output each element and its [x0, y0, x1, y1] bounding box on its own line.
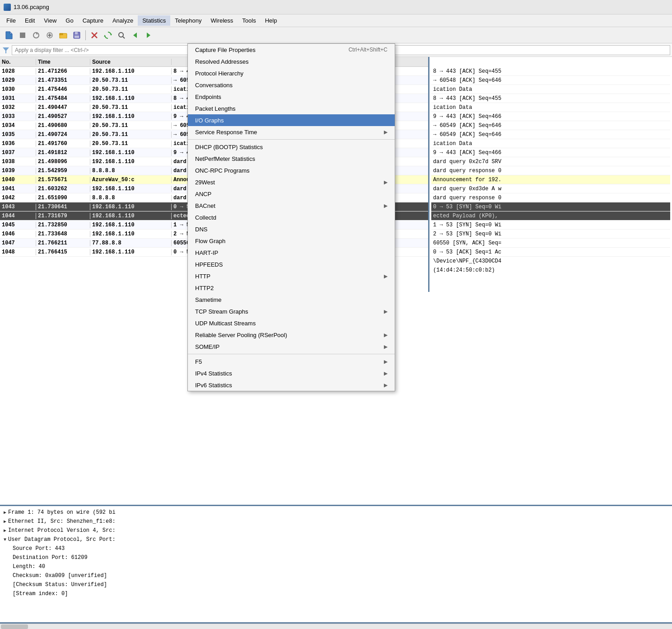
- menu-edit[interactable]: Edit: [20, 15, 39, 26]
- menu-item-service-response-time[interactable]: Service Response Time▶: [188, 126, 395, 138]
- menu-item-label: F5: [195, 358, 202, 365]
- toolbar-btn-open[interactable]: [57, 29, 70, 42]
- menu-item-i-o-graphs[interactable]: I/O Graphs: [188, 114, 395, 126]
- menu-tools[interactable]: Tools: [238, 15, 260, 26]
- menu-item-label: I/O Graphs: [195, 117, 224, 124]
- menu-separator: [188, 139, 395, 140]
- cell-time: 21.490724: [36, 131, 90, 138]
- svg-marker-15: [110, 34, 112, 36]
- menu-analyze[interactable]: Analyze: [108, 15, 138, 26]
- detail-src-port: Source Port: 443: [2, 544, 670, 553]
- toolbar-btn-stop[interactable]: [16, 29, 29, 42]
- cell-src: 8.8.8.8: [90, 195, 172, 201]
- cell-time: 21.490680: [36, 122, 90, 129]
- menu-go[interactable]: Go: [61, 15, 78, 26]
- menu-item-hpfeeds[interactable]: HPFEEDS: [188, 258, 395, 270]
- detail-dst-port-text: Destination Port: 61209: [13, 554, 88, 561]
- list-item: Announcement for 192.: [431, 175, 670, 184]
- menu-item-packet-lengths[interactable]: Packet Lengths: [188, 103, 395, 114]
- menu-item-resolved-addresses[interactable]: Resolved Addresses: [188, 56, 395, 67]
- detail-checksum-status: [Checksum Status: Unverified]: [2, 580, 670, 589]
- menu-item-conversations[interactable]: Conversations: [188, 79, 395, 91]
- menu-item-netperfmeter-statistics[interactable]: NetPerfMeter Statistics: [188, 153, 395, 164]
- menu-item-http[interactable]: HTTP▶: [188, 270, 395, 282]
- menu-item-tcp-stream-graphs[interactable]: TCP Stream Graphs▶: [188, 305, 395, 317]
- menu-item-capture-file-properties[interactable]: Capture File PropertiesCtrl+Alt+Shift+C: [188, 44, 395, 56]
- menu-item-http2[interactable]: HTTP2: [188, 282, 395, 294]
- menu-item-dhcp-bootp-statistics[interactable]: DHCP (BOOTP) Statistics: [188, 141, 395, 153]
- col-header-time: Time: [36, 59, 90, 65]
- menu-item-label: SOME/IP: [195, 343, 219, 350]
- menu-item-label: BACnet: [195, 202, 215, 209]
- menu-item-bacnet[interactable]: BACnet▶: [188, 200, 395, 211]
- detail-checksum-status-text: [Checksum Status: Unverified]: [13, 582, 107, 588]
- menu-telephony[interactable]: Telephony: [170, 15, 206, 26]
- list-item: 0 → 53 [SYN] Seq=0 Wi: [431, 202, 670, 211]
- cell-time: 21.603262: [36, 186, 90, 192]
- cell-src: 8.8.8.8: [90, 168, 172, 174]
- menu-item-ancp[interactable]: ANCP: [188, 188, 395, 200]
- cell-no: 1039: [0, 168, 36, 174]
- toolbar-btn-search[interactable]: [115, 29, 128, 42]
- menu-item-ipv6-statistics[interactable]: IPv6 Statistics▶: [188, 379, 395, 391]
- cell-src: 20.50.73.11: [90, 104, 172, 111]
- toolbar-btn-close[interactable]: [88, 29, 101, 42]
- menu-item-label: HTTP2: [195, 285, 214, 291]
- menu-file[interactable]: File: [2, 15, 20, 26]
- cell-src: 192.168.1.110: [90, 249, 172, 255]
- menu-item-onc-rpc-programs[interactable]: ONC-RPC Programs: [188, 164, 395, 176]
- menu-wireless[interactable]: Wireless: [206, 15, 238, 26]
- menu-item-label: HTTP: [195, 273, 210, 280]
- menu-item-endpoints[interactable]: Endpoints: [188, 91, 395, 103]
- menu-statistics[interactable]: Statistics: [138, 15, 170, 26]
- submenu-arrow-icon: ▶: [384, 371, 387, 376]
- menu-item-hart-ip[interactable]: HART-IP: [188, 247, 395, 258]
- cell-time: 21.473351: [36, 77, 90, 84]
- detail-eth: ▶ Ethernet II, Src: Shenzhen_f1:e8:: [2, 517, 670, 526]
- menu-item-f5[interactable]: F5▶: [188, 356, 395, 367]
- submenu-arrow-icon: ▶: [384, 309, 387, 314]
- toolbar-btn-forward[interactable]: [142, 29, 155, 42]
- cell-no: 1033: [0, 113, 36, 120]
- menu-item-protocol-hierarchy[interactable]: Protocol Hierarchy: [188, 67, 395, 79]
- toolbar-btn-reload[interactable]: [102, 29, 114, 42]
- toolbar-btn-new[interactable]: [3, 29, 15, 42]
- detail-src-port-text: Source Port: 443: [13, 545, 65, 552]
- cell-no: 1037: [0, 150, 36, 156]
- menu-item-flow-graph[interactable]: Flow Graph: [188, 235, 395, 247]
- menu-capture[interactable]: Capture: [78, 15, 108, 26]
- menu-item-some-ip[interactable]: SOME/IP▶: [188, 341, 395, 352]
- menu-item-sametime[interactable]: Sametime: [188, 294, 395, 305]
- menu-item-label: Reliable Server Pooling (RSerPool): [195, 332, 287, 338]
- toolbar-btn-options[interactable]: [43, 29, 56, 42]
- cell-time: 21.733648: [36, 231, 90, 237]
- cell-src: 20.50.73.11: [90, 141, 172, 147]
- list-item: 8 → 443 [ACK] Seq=455: [431, 94, 670, 103]
- menu-help[interactable]: Help: [261, 15, 282, 26]
- menu-item-label: ANCP: [195, 191, 211, 197]
- cell-no: 1035: [0, 131, 36, 138]
- menu-item-reliable-server-pooling-rserpool-[interactable]: Reliable Server Pooling (RSerPool)▶: [188, 329, 395, 341]
- menu-view[interactable]: View: [39, 15, 61, 26]
- menu-item-collectd[interactable]: Collectd: [188, 211, 395, 223]
- menu-item-label: Conversations: [195, 82, 233, 89]
- menu-item-udp-multicast-streams[interactable]: UDP Multicast Streams: [188, 317, 395, 329]
- toolbar-btn-restart[interactable]: [30, 29, 42, 42]
- submenu-arrow-icon: ▶: [384, 344, 387, 350]
- cell-src: 20.50.73.11: [90, 86, 172, 93]
- menu-item-label: Collectd: [195, 214, 216, 221]
- list-item: → 60549 [ACK] Seq=646: [431, 130, 670, 139]
- menu-item-dns[interactable]: DNS: [188, 223, 395, 235]
- cell-src: 192.168.1.110: [90, 213, 172, 219]
- horizontal-scrollbar[interactable]: [0, 624, 672, 629]
- toolbar-btn-save[interactable]: [70, 29, 83, 42]
- cell-no: 1034: [0, 122, 36, 129]
- toolbar: [0, 27, 672, 43]
- menu-item-29west[interactable]: 29West▶: [188, 176, 395, 188]
- cell-no: 1042: [0, 195, 36, 201]
- cell-src: 77.88.8.8: [90, 240, 172, 246]
- cell-time: 21.475484: [36, 95, 90, 102]
- toolbar-btn-back[interactable]: [129, 29, 141, 42]
- app-icon: [4, 4, 11, 11]
- menu-item-ipv4-statistics[interactable]: IPv4 Statistics▶: [188, 367, 395, 379]
